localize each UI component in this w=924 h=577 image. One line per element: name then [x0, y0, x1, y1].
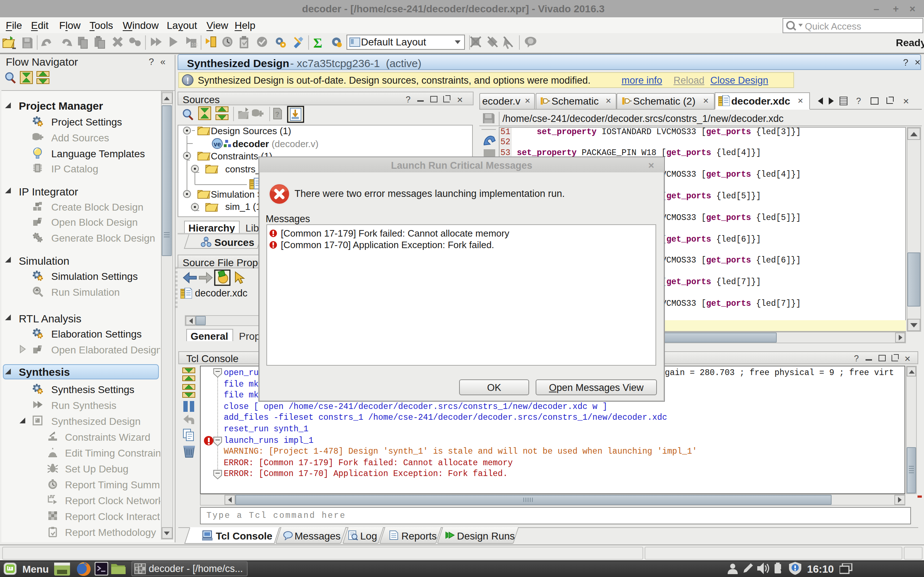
- svg-text:101: 101: [191, 42, 199, 47]
- svg-text:ve: ve: [214, 141, 221, 148]
- svg-text:Σ: Σ: [313, 35, 322, 50]
- svg-text:?: ?: [275, 110, 279, 118]
